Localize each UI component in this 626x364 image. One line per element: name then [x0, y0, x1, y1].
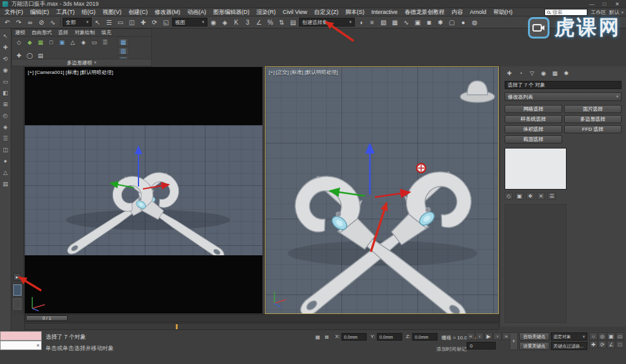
ribbon-tool-icon[interactable]: □ [46, 38, 56, 47]
modify-tab-icon[interactable]: ◔ [516, 69, 525, 78]
ribbon-tab[interactable]: 自由形式 [28, 29, 55, 36]
unlink-selection-icon[interactable]: ⊘ [36, 17, 47, 27]
schematic-view-icon[interactable]: ▣ [412, 17, 423, 27]
left-toolbar-icon[interactable]: ◫ [1, 145, 10, 154]
display-tab-icon[interactable]: ▦ [550, 69, 560, 78]
left-toolbar-icon[interactable]: ◉ [1, 66, 10, 74]
maxscript-mini-listener[interactable]: ✕ [0, 341, 42, 350]
left-toolbar-icon[interactable]: ↖ [1, 32, 10, 40]
left-toolbar-icon[interactable]: ▭ [1, 77, 10, 85]
close-button[interactable]: ✕ [611, 1, 623, 7]
modifier-button[interactable]: 面片选择 [564, 105, 622, 113]
left-toolbar-icon[interactable]: ● [1, 157, 10, 165]
mirror-icon[interactable]: ◑ [355, 17, 366, 27]
render-setup-icon[interactable]: ✱ [435, 17, 446, 27]
select-and-scale-icon[interactable]: ◱ [161, 17, 171, 27]
pan-view-icon[interactable]: ✚ [589, 341, 598, 348]
angle-snap-icon[interactable]: ∠ [254, 17, 264, 27]
time-slider-handle[interactable]: 0 / 1 [26, 315, 68, 321]
select-object-icon[interactable]: ↖ [92, 17, 103, 27]
render-iterative-icon[interactable]: ◍ [469, 17, 480, 27]
menu-item[interactable]: 创建(C) [125, 8, 151, 16]
selection-filter-dropdown[interactable]: 全部 [63, 18, 92, 27]
ribbon-tool-icon[interactable]: ▦ [35, 38, 46, 47]
modifier-stack-list[interactable] [505, 148, 567, 190]
orthographic-viewport[interactable]: [+] [正交] [标准] [默认明暗处理] [265, 66, 499, 314]
maximize-button[interactable]: □ [598, 1, 611, 7]
modifier-button[interactable]: 截面选择 [505, 135, 562, 143]
auto-key-button[interactable]: 自动关键点 [519, 332, 549, 341]
ribbon-tab[interactable]: 建模 [12, 29, 28, 36]
next-frame-icon[interactable]: › [493, 332, 501, 340]
modifier-list-dropdown[interactable]: 修改器列表 [505, 92, 622, 101]
render-production-icon[interactable]: ● [458, 17, 469, 27]
left-toolbar-icon[interactable]: ◴ [1, 111, 10, 119]
motion-tab-icon[interactable]: ◉ [539, 69, 548, 78]
rendered-frame-icon[interactable]: ▢ [446, 17, 457, 27]
ribbon-tool-icon[interactable]: △ [68, 38, 78, 47]
create-tab-icon[interactable]: ✚ [505, 69, 514, 78]
menu-item[interactable]: 工具(T) [53, 8, 78, 16]
rectangular-selection-region-icon[interactable]: ▭ [115, 17, 126, 27]
key-filters-button[interactable]: 关键点过滤器... [551, 342, 587, 350]
menu-item[interactable]: 帮助(H) [490, 8, 516, 16]
left-toolbar-icon[interactable]: ⊞ [1, 100, 10, 108]
zoom-icon[interactable]: ○ [589, 332, 598, 340]
viewport-layout-preset-1[interactable] [13, 284, 21, 296]
menu-item[interactable]: 文件(F) [1, 8, 27, 16]
time-slider-bar[interactable]: 0 / 1 [24, 314, 499, 322]
previous-frame-icon[interactable]: ‹ [476, 332, 484, 340]
menu-item[interactable]: 内容 [448, 8, 466, 16]
make-unique-icon[interactable]: ❖ [526, 192, 534, 200]
wrench-model[interactable] [281, 159, 486, 314]
modifier-button[interactable]: 样条线选择 [505, 115, 562, 123]
set-key-button[interactable]: 设置关键点 [519, 342, 549, 350]
ribbon-tab[interactable]: 选择 [55, 29, 71, 36]
use-pivot-center-icon[interactable]: ◉ [208, 17, 219, 27]
ribbon-side-tool-icon[interactable]: ▥ [118, 47, 129, 55]
menu-item[interactable]: Civil View [279, 9, 310, 15]
snaps-toggle-icon[interactable]: 3 [242, 17, 253, 27]
modifier-button[interactable]: 体积选择 [505, 125, 562, 133]
orthographic-viewport-label[interactable]: [+] [正交] [标准] [默认明暗处理] [269, 69, 338, 76]
fov-icon[interactable]: ∠ [607, 341, 615, 348]
selection-lock-toggle-icon[interactable]: ⊠ [322, 333, 331, 341]
remove-modifier-icon[interactable]: ✕ [537, 192, 545, 200]
window-crossing-icon[interactable]: ◫ [126, 17, 137, 27]
configure-modifier-sets-icon[interactable]: ☰ [548, 192, 556, 200]
orbit-icon[interactable]: ⟳ [598, 341, 606, 348]
ribbon-tool-icon[interactable]: ◈ [78, 38, 89, 47]
show-end-result-icon[interactable]: ▣ [515, 192, 524, 200]
left-toolbar-icon[interactable]: △ [1, 168, 10, 176]
maxscript-mini-listener-macro[interactable] [0, 331, 42, 341]
x-coordinate-field[interactable]: 0.0mm [341, 333, 367, 341]
wrench-model[interactable] [57, 165, 235, 255]
add-time-tag[interactable]: 添加时间标记 [436, 346, 467, 353]
modifier-button[interactable]: 网格选择 [505, 105, 562, 113]
menu-item[interactable]: 修改器(M) [152, 8, 184, 16]
ribbon-tool-icon[interactable]: ◇ [14, 38, 24, 47]
z-coordinate-field[interactable]: 0.0mm [412, 333, 438, 341]
left-toolbar-icon[interactable]: ▤ [1, 179, 10, 188]
menu-item[interactable]: Arnold [467, 9, 489, 15]
spinner-snap-icon[interactable]: ⇅ [276, 17, 287, 27]
percent-snap-icon[interactable]: % [265, 17, 276, 27]
ribbon-tool-icon[interactable]: ☰ [100, 38, 110, 47]
select-and-manipulate-icon[interactable]: ◈ [219, 17, 230, 27]
current-frame-field[interactable]: 0 [467, 342, 496, 349]
utilities-tab-icon[interactable]: ✱ [562, 69, 571, 78]
ribbon-tool-icon[interactable]: ▣ [57, 38, 67, 47]
ribbon-side-tool-icon[interactable]: ▦ [118, 38, 129, 46]
bind-to-space-warp-icon[interactable]: ∿ [47, 17, 58, 27]
hat-object[interactable] [460, 81, 494, 102]
modifier-button[interactable]: 多边形选择 [564, 115, 622, 123]
menu-item[interactable]: 脚本(S) [342, 8, 367, 16]
curve-editor-icon[interactable]: ∿ [401, 17, 412, 27]
key-selection-dropdown[interactable]: 选定对象 [551, 332, 587, 341]
set-keys-button[interactable]: + [510, 332, 518, 350]
menu-item[interactable]: 视图(V) [99, 8, 125, 16]
go-to-start-icon[interactable]: « [467, 332, 475, 340]
ribbon-tab[interactable]: 填充 [98, 29, 114, 36]
maximize-viewport-toggle-icon[interactable]: □ [616, 341, 624, 348]
y-coordinate-field[interactable]: 0.0mm [377, 333, 402, 341]
